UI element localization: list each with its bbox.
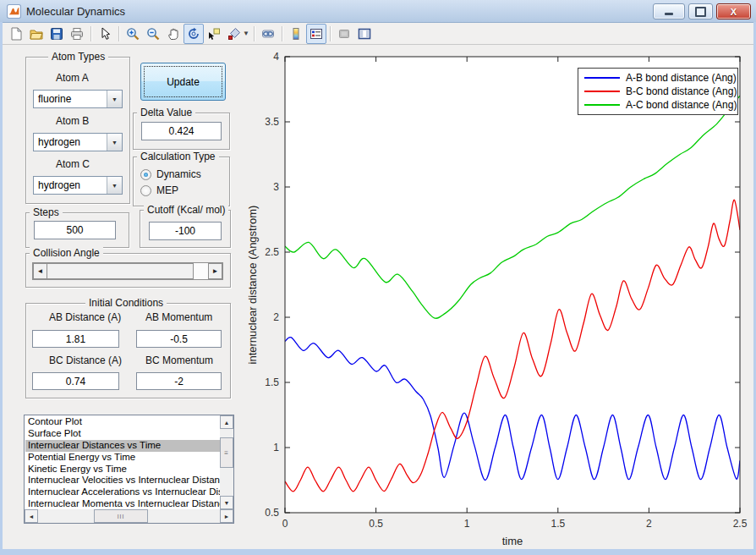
legend-line-swatch <box>584 77 620 79</box>
svg-text:2.5: 2.5 <box>733 518 748 530</box>
legend-label: A-B bond distance (Ang) <box>626 72 737 84</box>
svg-text:1.5: 1.5 <box>551 518 565 530</box>
svg-text:4: 4 <box>273 51 279 63</box>
svg-text:1.5: 1.5 <box>265 376 279 388</box>
legend-entry-ac: A-C bond distance (Ang) <box>578 98 737 112</box>
svg-text:0.5: 0.5 <box>265 507 279 519</box>
svg-text:0: 0 <box>282 518 288 530</box>
svg-text:2: 2 <box>646 518 652 530</box>
svg-text:3: 3 <box>273 181 279 193</box>
legend-line-swatch <box>584 104 620 106</box>
window-border-left <box>0 22 3 549</box>
svg-text:internuclear distance (Angstro: internuclear distance (Angstrom) <box>246 206 259 365</box>
legend-label: B-C bond distance (Ang) <box>626 85 737 97</box>
legend-line-swatch <box>584 91 620 92</box>
app-window: Molecular Dynamics X <box>0 0 756 555</box>
svg-text:0.5: 0.5 <box>369 518 383 530</box>
window-border-bottom <box>0 549 756 555</box>
svg-text:2.5: 2.5 <box>265 246 279 258</box>
svg-text:1: 1 <box>464 518 470 530</box>
svg-text:time: time <box>502 535 523 547</box>
plot-legend[interactable]: A-B bond distance (Ang) B-C bond distanc… <box>578 68 738 115</box>
svg-text:1: 1 <box>273 442 279 453</box>
svg-text:2: 2 <box>273 311 279 323</box>
legend-entry-ab: A-B bond distance (Ang) <box>578 71 737 85</box>
legend-label: A-C bond distance (Ang) <box>626 99 737 111</box>
svg-text:3.5: 3.5 <box>265 116 279 128</box>
legend-entry-bc: B-C bond distance (Ang) <box>578 85 737 98</box>
